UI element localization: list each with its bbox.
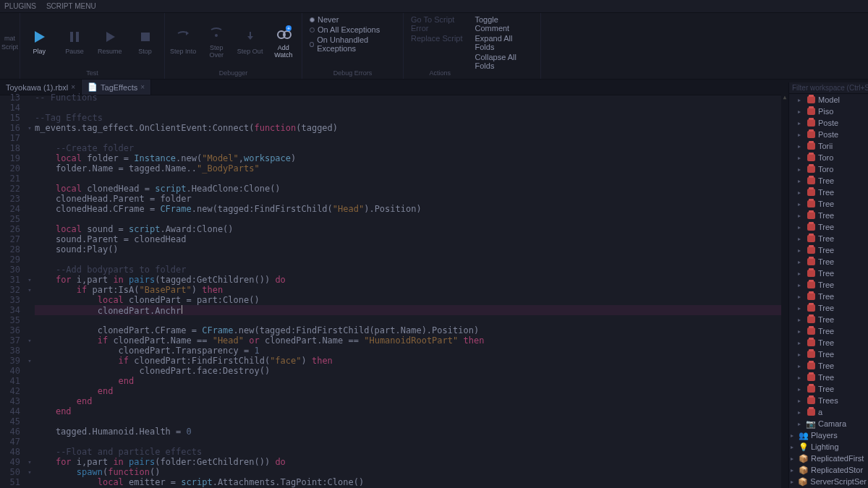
resume-button[interactable]: Resume [95,14,125,68]
explorer-item[interactable]: ▸Tree [789,187,868,198]
code-editor[interactable]: 1314151617181920212223242526272829303132… [0,93,788,488]
script-icon: 📄 [88,82,98,92]
explorer-item[interactable]: ▸Tree [789,175,868,187]
explorer-item[interactable]: ▸Tree [789,244,868,256]
act-toggle[interactable]: Toggle Comment [472,14,537,33]
explorer-item[interactable]: ▸📷Camara [789,418,868,429]
err-never[interactable]: Never [307,14,399,25]
explorer-item[interactable]: ▸Piso [789,106,868,117]
addwatch-button[interactable]: +Add Watch [270,14,297,68]
explorer-item[interactable]: ▸Tree [789,198,868,210]
act-replace: Replace Script [408,33,472,43]
explorer-item[interactable]: ▸Tree [789,279,868,291]
svg-rect-0 [70,32,73,42]
addwatch-icon: + [274,24,293,43]
explorer-item[interactable]: ▸Tree [789,372,868,383]
act-collapse[interactable]: Collapse All Folds [472,52,537,71]
explorer-item[interactable]: ▸Tree [789,337,868,348]
stepover-button[interactable]: Step Over [203,14,230,68]
ribbon-errors-group: Never On All Exceptions On Unhandled Exc… [302,13,404,79]
act-expand[interactable]: Expand All Folds [472,33,537,52]
explorer-item[interactable]: ▸Tree [789,233,868,244]
scrollbar[interactable]: ▲ [781,93,788,488]
fold-gutter[interactable]: ▾▾▾▾▾▾▾ [25,93,35,488]
explorer-item[interactable]: ▸Tree [789,256,868,267]
explorer-item[interactable]: ▸Tree [789,314,868,325]
stop-button[interactable]: Stop [130,14,160,68]
explorer-item[interactable]: ▸Trees [789,395,868,406]
ribbon: matScript Play Pause Resume Stop Test St… [0,13,868,80]
explorer-item[interactable]: ▸Tree [789,383,868,395]
explorer-item[interactable]: ▸💡Lighting [789,441,868,453]
ribbon-test-group: Play Pause Resume Stop Test [20,13,165,79]
explorer-item[interactable]: ▸Tree [789,210,868,221]
radio-icon [310,42,314,47]
stepout-icon [241,27,260,46]
ribbon-debugger-group: Step Into Step Over Step Out +Add Watch … [165,13,302,79]
ribbon-format-group: matScript [0,13,20,79]
explorer-item[interactable]: ▸Poste [789,129,868,140]
explorer-item[interactable]: ▸Tree [789,291,868,302]
line-gutter: 1314151617181920212223242526272829303132… [0,93,25,488]
menu-bar: PLUGINS SCRIPT MENU [0,0,868,13]
play-button[interactable]: Play [25,14,54,68]
stop-icon [136,27,155,46]
explorer-item[interactable]: ▸Toro [789,163,868,175]
ribbon-test-label: Test [25,68,160,77]
radio-on-icon [310,17,315,22]
explorer-item[interactable]: ▸Tree [789,325,868,337]
ribbon-errors-label: Debug Errors [307,68,399,77]
ribbon-debugger-label: Debugger [169,68,297,77]
explorer-item[interactable]: ▸a [789,406,868,418]
explorer-item[interactable]: ▸Tree [789,348,868,360]
explorer-item[interactable]: ▸Tree [789,221,868,233]
format-button[interactable]: matScript [4,14,15,51]
explorer-item[interactable]: ▸Tree [789,360,868,372]
radio-icon [310,27,315,33]
err-unhandled[interactable]: On Unhandled Exceptions [307,35,399,53]
stepinto-button[interactable]: Step Into [169,14,197,68]
stepover-icon [207,24,226,43]
close-icon[interactable]: × [140,83,145,91]
explorer-item[interactable]: ▸Poste [789,117,868,129]
ribbon-actions-label: Actions [408,68,472,77]
svg-point-3 [215,34,218,37]
menu-plugins[interactable]: PLUGINS [4,2,36,10]
explorer-item[interactable]: ▸📦ReplicatedFirst [789,453,868,464]
err-all[interactable]: On All Exceptions [307,25,399,35]
explorer-item[interactable]: ▸Model [789,94,868,106]
svg-rect-2 [141,33,150,41]
scroll-up-icon[interactable]: ▲ [781,93,788,100]
explorer-item[interactable]: ▸Tree [789,267,868,279]
act-goto: Go To Script Error [408,14,472,33]
explorer-item[interactable]: ▸👥Players [789,429,868,441]
menu-scriptmenu[interactable]: SCRIPT MENU [46,2,96,10]
ribbon-actions-group: Go To Script Error Replace Script Action… [404,13,541,79]
svg-rect-1 [76,32,79,42]
explorer-item[interactable]: ▸📦ReplicatedStor [789,464,868,476]
close-icon[interactable]: × [71,83,75,91]
explorer-item[interactable]: ▸Toro [789,152,868,163]
play-icon [30,27,48,46]
resume-icon [101,27,119,46]
pause-button[interactable]: Pause [60,14,90,68]
explorer-item[interactable]: ▸Tree [789,302,868,314]
pause-icon [65,27,84,46]
explorer-item[interactable]: ▸Torii [789,140,868,152]
stepinto-icon [174,27,192,46]
explorer-filter[interactable]: Filter workspace (Ctrl+Sh [789,82,868,94]
svg-text:+: + [287,26,290,31]
explorer-item[interactable]: ▸📦ServerScriptSer [789,476,868,487]
stepout-button[interactable]: Step Out [237,14,264,68]
explorer-panel: Filter workspace (Ctrl+Sh ▸Model▸Piso▸Po… [788,82,868,488]
